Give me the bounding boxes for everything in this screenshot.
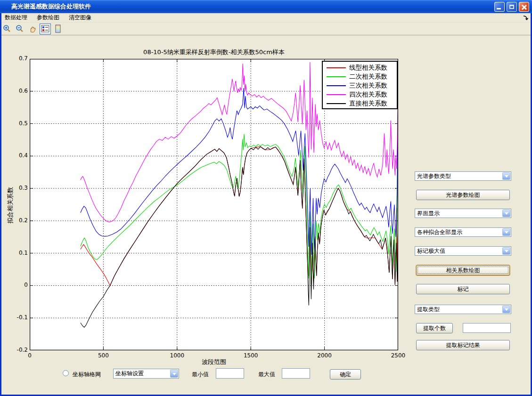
window-title: 高光谱遥感数据综合处理软件 — [11, 2, 91, 11]
fit-display-combo[interactable]: 各种拟合全部显示 — [415, 227, 511, 237]
legend-entry: 三次相关系数 — [323, 81, 397, 90]
extract-count-button-label: 提取个数 — [423, 324, 446, 332]
chevron-down-icon[interactable] — [502, 228, 510, 236]
chart-legend[interactable]: 线型相关系数二次相关系数三次相关系数四次相关系数直接相关系数 — [322, 61, 398, 109]
corr-plot-button-label: 相关系数绘图 — [446, 267, 480, 275]
corr-plot-button[interactable]: 相关系数绘图 — [416, 265, 510, 275]
mark-max-combo[interactable]: 标记极大值 — [415, 246, 511, 256]
menu-clear-image[interactable]: 清空图像 — [64, 13, 96, 23]
y-tick-label: 0 — [9, 282, 28, 288]
zoom-in-icon — [3, 24, 11, 33]
chart-title: 08-10-5纳米重采样反射率倒数-相关系数50cm样本 — [30, 48, 398, 57]
extract-result-button-label: 提取标记结果 — [446, 341, 480, 349]
chevron-down-icon[interactable] — [502, 210, 510, 217]
extract-type-combo[interactable]: 提取类型 — [415, 305, 511, 314]
extract-count-button[interactable]: 提取个数 — [416, 323, 453, 333]
legend-entry: 四次相关系数 — [323, 90, 397, 99]
display-combo[interactable]: 界面显示 — [415, 209, 511, 218]
param-plot-button[interactable]: 光谱参数绘图 — [416, 190, 510, 200]
mark-button-label: 标记 — [458, 285, 469, 293]
toolbar — [0, 23, 532, 35]
zoom-in-button[interactable] — [1, 24, 13, 34]
dock-arrow-icon[interactable] — [523, 15, 529, 21]
y-axis-label: 拟合相关系数 — [6, 172, 15, 238]
x-tick-label: 0 — [18, 352, 41, 359]
legend-entry: 线型相关系数 — [323, 63, 397, 72]
pan-button[interactable] — [27, 24, 38, 34]
legend-label: 三次相关系数 — [349, 81, 387, 90]
legend-label: 线型相关系数 — [349, 64, 387, 72]
min-value-input[interactable] — [216, 368, 244, 379]
min-value-label: 最小值 — [192, 371, 209, 379]
param-plot-button-label: 光谱参数绘图 — [446, 191, 480, 199]
y-tick-label: 0.6 — [9, 88, 28, 94]
series-linear — [81, 146, 398, 285]
series-direct — [81, 146, 398, 327]
minimize-button[interactable] — [494, 2, 505, 12]
display-combo-value: 界面显示 — [415, 210, 502, 218]
ok-button-label: 确定 — [340, 371, 351, 379]
mark-button[interactable]: 标记 — [416, 284, 510, 294]
y-tick-label: -0.1 — [9, 314, 28, 321]
y-tick-label: 0.7 — [9, 55, 28, 62]
legend-label: 四次相关系数 — [349, 90, 387, 99]
legend-line-sample — [327, 85, 346, 86]
y-tick-label: 0.5 — [9, 120, 28, 127]
extract-count-input[interactable] — [463, 323, 511, 333]
y-tick-label: 0.4 — [9, 152, 28, 159]
legend-line-sample — [327, 94, 346, 95]
fit-display-combo-value: 各种拟合全部显示 — [415, 228, 502, 236]
legend-label: 二次相关系数 — [349, 73, 387, 81]
insert-colorbar-icon — [55, 24, 61, 33]
maximize-icon — [509, 5, 514, 9]
menu-parameter-plot[interactable]: 参数绘图 — [32, 13, 64, 23]
extract-result-button[interactable]: 提取标记结果 — [416, 340, 510, 350]
x-axis-label: 波段范围 — [167, 358, 261, 366]
y-tick-label: 0.2 — [9, 217, 28, 224]
legend-line-sample — [327, 103, 346, 104]
y-tick-label: 0.1 — [9, 250, 28, 256]
chevron-down-icon[interactable] — [170, 370, 178, 378]
insert-colorbar-button[interactable] — [52, 24, 64, 34]
x-tick-label: 2500 — [387, 352, 409, 359]
axis-grid-radio-label: 坐标轴格网 — [73, 371, 101, 379]
maximize-button[interactable] — [507, 2, 517, 12]
series-quadratic — [81, 117, 398, 285]
chevron-down-icon[interactable] — [502, 247, 510, 255]
max-value-input[interactable] — [282, 368, 310, 379]
legend-line-sample — [327, 76, 346, 77]
x-tick-label: 2000 — [313, 352, 336, 359]
chevron-down-icon[interactable] — [502, 172, 510, 180]
param-type-combo[interactable]: 光谱参数类型 — [415, 171, 511, 181]
axis-settings-combo-value: 坐标轴设置 — [114, 370, 170, 378]
axis-grid-radio[interactable] — [63, 370, 69, 376]
mark-max-combo-value: 标记极大值 — [415, 247, 502, 255]
pan-hand-icon — [28, 24, 37, 33]
legend-label: 直接相关系数 — [349, 99, 387, 108]
close-button[interactable] — [519, 2, 529, 12]
menu-data-processing[interactable]: 数据处理 — [0, 13, 32, 23]
x-tick-label: 500 — [92, 352, 115, 359]
titlebar: 高光谱遥感数据综合处理软件 — [0, 0, 532, 13]
menubar: 数据处理 参数绘图 清空图像 — [0, 13, 532, 23]
insert-legend-button[interactable] — [40, 24, 51, 34]
legend-entry: 二次相关系数 — [323, 72, 397, 81]
axis-settings-combo[interactable]: 坐标轴设置 — [113, 369, 179, 379]
app-window: 高光谱遥感数据综合处理软件 数据处理 参数绘图 清空图像 — [0, 0, 532, 396]
chevron-down-icon[interactable] — [502, 306, 510, 313]
minimize-icon — [497, 8, 501, 9]
param-type-combo-value: 光谱参数类型 — [415, 172, 502, 180]
ok-button[interactable]: 确定 — [330, 369, 361, 380]
extract-type-combo-value: 提取类型 — [415, 306, 502, 314]
legend-entry: 直接相关系数 — [323, 99, 397, 108]
legend-line-sample — [327, 67, 346, 68]
zoom-out-button[interactable] — [14, 24, 25, 34]
max-value-label: 最大值 — [258, 371, 275, 379]
zoom-out-icon — [16, 24, 24, 33]
y-tick-label: 0.3 — [9, 185, 28, 191]
series-cubic — [81, 88, 398, 255]
window-border-left — [0, 13, 1, 396]
insert-legend-icon — [41, 25, 49, 32]
